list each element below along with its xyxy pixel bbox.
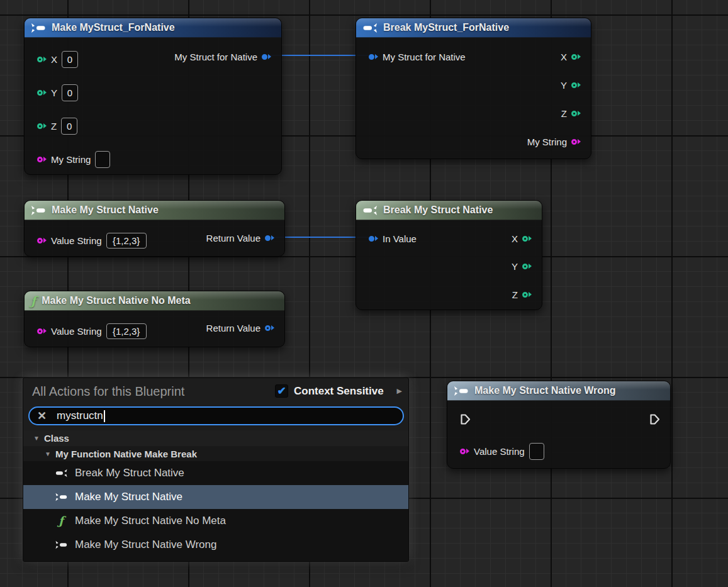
pin-label: Z (512, 289, 518, 300)
pin-value-input[interactable]: {1,2,3} (106, 233, 147, 249)
clear-search-icon[interactable]: ✕ (37, 410, 47, 422)
node-title: Break MyStruct_ForNative (383, 22, 509, 33)
expander-down-icon[interactable]: ▼ (33, 435, 40, 442)
struct-input-pin[interactable] (369, 54, 378, 60)
pin-label: In Value (383, 233, 417, 244)
pin-value-input[interactable]: 0 (62, 51, 78, 68)
pin-label: Y (561, 80, 567, 91)
pin-label: My Struct for Native (383, 52, 466, 62)
make-struct-icon (31, 205, 46, 216)
struct-output-pin[interactable] (265, 325, 274, 331)
struct-output-pin[interactable] (262, 54, 271, 60)
pin-label: Return Value (206, 323, 260, 333)
exec-in-pin[interactable] (460, 413, 471, 425)
struct-member-pin[interactable] (522, 264, 532, 269)
pin-label: Y (512, 261, 518, 272)
string-pin[interactable] (571, 139, 581, 145)
pin-label: Value String (51, 235, 102, 246)
struct-output-pin[interactable] (265, 235, 274, 241)
pin-label: My Struct for Native (174, 52, 257, 62)
search-input[interactable]: ✕ mystructn (28, 406, 404, 425)
wire-struct-fornative[interactable] (267, 55, 370, 56)
context-sensitive-label: Context Sensitive (294, 385, 384, 398)
node-title: Break My Struct Native (383, 204, 493, 216)
break-struct-icon (362, 23, 378, 33)
exec-out-pin[interactable] (649, 413, 660, 425)
make-struct-icon (454, 386, 469, 396)
context-sensitive-checkbox[interactable]: ✔ (275, 384, 288, 398)
make-struct-icon (55, 493, 68, 501)
node-header[interactable]: Make My Struct Native Wrong (447, 381, 670, 401)
node-title: Make My Struct Native No Meta (42, 295, 191, 306)
pin-value-input[interactable]: {1,2,3} (106, 323, 147, 339)
break-struct-icon (55, 469, 68, 478)
chevron-right-icon[interactable]: ▶ (397, 387, 402, 395)
tree-category-my-function-native-make-break[interactable]: ▼ My Function Native Make Break (23, 446, 408, 461)
pin-value-input[interactable] (529, 443, 544, 460)
struct-input-pin[interactable] (369, 236, 378, 242)
string-pin[interactable] (37, 328, 47, 334)
make-struct-icon (55, 540, 68, 549)
action-item-make-my-struct-native-no-meta[interactable]: ƒ Make My Struct Native No Meta (23, 509, 408, 533)
node-title: Make My Struct Native (52, 204, 159, 216)
pin-value-input[interactable]: 0 (61, 118, 77, 135)
node-make-my-struct-native-wrong[interactable]: Make My Struct Native Wrong Value String (447, 381, 671, 469)
pin-value-input[interactable] (95, 151, 110, 168)
pin-label: My String (51, 154, 91, 165)
string-pin[interactable] (37, 157, 47, 162)
action-item-make-my-struct-native-wrong[interactable]: Make My Struct Native Wrong (23, 533, 408, 557)
function-icon: ƒ (59, 515, 64, 527)
struct-member-pin[interactable] (571, 111, 581, 116)
menu-title: All Actions for this Blueprint (32, 384, 184, 399)
struct-member-pin[interactable] (571, 54, 581, 60)
function-icon: ƒ (31, 295, 36, 307)
node-header[interactable]: Break MyStruct_ForNative (356, 18, 591, 38)
blueprint-graph-canvas[interactable]: Make MyStruct_ForNative X 0 Y 0 Z 0 My S… (0, 0, 728, 587)
pin-value-input[interactable]: 0 (62, 84, 78, 101)
pin-label: X (51, 54, 57, 65)
struct-member-pin[interactable] (37, 57, 47, 62)
pin-label: Value String (474, 446, 525, 457)
expander-down-icon[interactable]: ▼ (45, 450, 51, 457)
action-item-label: Make My Struct Native Wrong (75, 539, 216, 551)
struct-member-pin[interactable] (522, 292, 532, 298)
break-struct-icon (362, 205, 378, 216)
action-item-label: Make My Struct Native (75, 491, 182, 503)
node-title: Make MyStruct_ForNative (52, 22, 175, 33)
actions-tree: ▼ Class ▼ My Function Native Make Break … (23, 430, 408, 561)
string-pin[interactable] (460, 449, 469, 454)
pin-label: X (561, 52, 567, 62)
category-label: My Function Native Make Break (55, 449, 197, 459)
pin-label: Y (51, 87, 57, 98)
make-struct-icon (31, 23, 46, 33)
node-make-my-struct-native-no-meta[interactable]: ƒ Make My Struct Native No Meta Value St… (24, 291, 285, 347)
node-header[interactable]: Make My Struct Native (25, 201, 284, 220)
action-item-label: Make My Struct Native No Meta (75, 515, 226, 527)
action-item-make-my-struct-native[interactable]: Make My Struct Native (23, 485, 408, 509)
node-header[interactable]: Break My Struct Native (356, 201, 542, 220)
pin-label: X (512, 233, 518, 244)
struct-member-pin[interactable] (37, 90, 47, 96)
pin-label: Return Value (206, 233, 260, 243)
node-break-mystruct-fornative[interactable]: Break MyStruct_ForNative My Struct for N… (356, 18, 591, 159)
node-break-my-struct-native[interactable]: Break My Struct Native In Value X Y Z (356, 200, 542, 310)
actions-context-menu: All Actions for this Blueprint ✔ Context… (23, 377, 409, 562)
struct-member-pin[interactable] (571, 82, 581, 88)
checkmark-icon: ✔ (277, 386, 286, 396)
node-make-mystruct-fornative[interactable]: Make MyStruct_ForNative X 0 Y 0 Z 0 My S… (24, 18, 282, 175)
action-item-break-my-struct-native[interactable]: Break My Struct Native (23, 461, 408, 485)
struct-member-pin[interactable] (37, 123, 47, 129)
node-header[interactable]: ƒ Make My Struct Native No Meta (25, 291, 284, 311)
node-title: Make My Struct Native Wrong (474, 385, 616, 396)
pin-label: Z (51, 121, 57, 131)
action-item-label: Break My Struct Native (75, 467, 184, 479)
node-make-my-struct-native[interactable]: Make My Struct Native Value String {1,2,… (24, 200, 285, 257)
tree-category-class[interactable]: ▼ Class (23, 430, 408, 446)
search-query-text: mystructn (57, 410, 103, 422)
struct-member-pin[interactable] (522, 236, 532, 242)
pin-label: Value String (51, 326, 102, 337)
text-caret (104, 410, 105, 422)
category-label: Class (44, 433, 69, 444)
node-header[interactable]: Make MyStruct_ForNative (25, 18, 281, 38)
string-pin[interactable] (37, 238, 47, 243)
